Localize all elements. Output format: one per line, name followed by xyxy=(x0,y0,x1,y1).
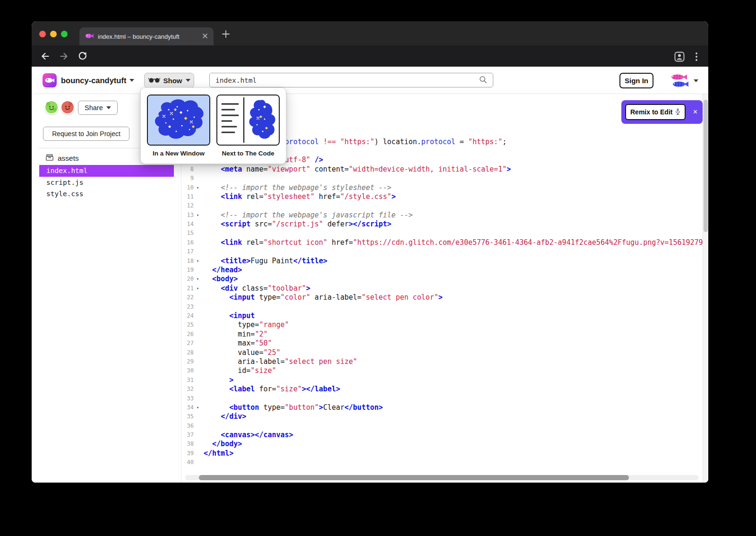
file-item-index.html[interactable]: index.html xyxy=(39,165,174,177)
fold-arrow-icon[interactable]: ▾ xyxy=(194,211,202,220)
back-button[interactable] xyxy=(40,51,51,61)
file-list: index.htmlscript.jsstyle.css xyxy=(39,165,174,200)
fold-spacer xyxy=(194,165,202,174)
fold-arrow-icon[interactable]: ▾ xyxy=(194,284,202,293)
fold-arrow-icon[interactable]: ▾ xyxy=(194,403,202,412)
code-line-8[interactable]: 8 <meta name="viewport" content="width=d… xyxy=(181,165,703,174)
code-line-9[interactable]: 9 xyxy=(181,174,703,183)
code-line-28[interactable]: 28 value="25" xyxy=(181,348,703,357)
show-button[interactable]: Show xyxy=(144,73,194,88)
fold-spacer xyxy=(194,330,202,339)
fold-arrow-icon[interactable]: ▾ xyxy=(194,257,202,266)
code-line-12[interactable]: 12 xyxy=(181,201,703,210)
project-name-menu[interactable]: bouncy-candytuft xyxy=(61,67,134,94)
code-line-34[interactable]: 34▾ <button type="button">Clear</button> xyxy=(181,403,703,412)
code-line-38[interactable]: 38 </body> xyxy=(181,440,703,449)
line-number: 13 xyxy=(181,211,194,220)
minimize-window-button[interactable] xyxy=(50,31,57,37)
fold-spacer xyxy=(194,366,202,375)
code-line-31[interactable]: 31 > xyxy=(181,376,703,385)
code-line-35[interactable]: 35 </div> xyxy=(181,412,703,421)
show-option-label: Next to The Code xyxy=(216,150,280,157)
line-number: 25 xyxy=(181,320,194,329)
chevron-down-icon[interactable] xyxy=(694,79,698,82)
file-item-style.css[interactable]: style.css xyxy=(39,188,174,200)
code-line-17[interactable]: 17 xyxy=(181,247,703,256)
show-button-label: Show xyxy=(163,77,182,85)
share-button[interactable]: Share xyxy=(78,101,118,115)
remix-to-edit-button[interactable]: Remix to Edit xyxy=(625,104,686,120)
remix-close-icon[interactable]: × xyxy=(692,108,699,116)
browser-menu-icon[interactable] xyxy=(695,52,698,61)
line-number: 33 xyxy=(181,394,194,403)
code-line-27[interactable]: 27 max="50" xyxy=(181,339,703,348)
file-search-input[interactable]: index.html xyxy=(209,73,493,87)
line-number: 18 xyxy=(181,257,194,266)
code-line-18[interactable]: 18▾ <title>Fugu Paint</title> xyxy=(181,257,703,266)
code-line-10[interactable]: 10▾ <!-- import the webpage's stylesheet… xyxy=(181,183,703,192)
browser-tab[interactable]: index.html – bouncy-candytuft xyxy=(79,27,214,45)
code-line-39[interactable]: 39</html> xyxy=(181,449,703,458)
collaborator-avatar-red[interactable] xyxy=(60,100,75,114)
fold-spacer xyxy=(194,303,202,311)
line-number: 8 xyxy=(181,165,194,174)
user-avatar[interactable] xyxy=(670,73,690,88)
code-line-25[interactable]: 25 type="range" xyxy=(181,320,703,329)
line-number: 31 xyxy=(181,376,194,385)
code-line-13[interactable]: 13▾ <!-- import the webpage's javascript… xyxy=(181,211,703,220)
code-line-26[interactable]: 26 min="2" xyxy=(181,330,703,339)
code-line-15[interactable]: 15 xyxy=(181,229,703,238)
fold-spacer xyxy=(194,339,202,348)
sign-in-button[interactable]: Sign In xyxy=(619,73,653,88)
tab-bar: index.html – bouncy-candytuft xyxy=(32,21,708,45)
code-line-36[interactable]: 36 xyxy=(181,422,703,431)
reload-button[interactable] xyxy=(77,51,88,61)
code-line-21[interactable]: 21▾ <div class="toolbar"> xyxy=(181,284,703,293)
show-option-new-window[interactable]: In a New Window xyxy=(147,95,210,157)
fold-spacer xyxy=(194,431,202,440)
horizontal-scrollbar[interactable] xyxy=(199,475,629,480)
fold-arrow-icon[interactable]: ▾ xyxy=(194,275,202,284)
code-line-16[interactable]: 16 <link rel="shortcut icon" href="https… xyxy=(181,238,703,247)
code-line-22[interactable]: 22 <input type="color" aria-label="selec… xyxy=(181,293,703,302)
fold-spacer xyxy=(194,238,202,247)
code-line-30[interactable]: 30 id="size" xyxy=(181,366,703,375)
remix-button-label: Remix to Edit xyxy=(630,108,672,116)
fold-spacer xyxy=(194,311,202,320)
code-line-19[interactable]: 19 </head> xyxy=(181,266,703,275)
glitch-logo[interactable] xyxy=(43,73,57,87)
show-menu: In a New Window xyxy=(140,87,286,164)
fold-spacer xyxy=(194,247,202,256)
code-line-23[interactable]: 23 xyxy=(181,303,703,311)
code-line-33[interactable]: 33 xyxy=(181,394,703,403)
fold-spacer xyxy=(194,394,202,403)
request-to-join-button[interactable]: Request to Join Project xyxy=(43,127,129,141)
fold-spacer xyxy=(194,412,202,421)
code-line-11[interactable]: 11 <link rel="stylesheet" href="/style.c… xyxy=(181,192,703,201)
file-item-script.js[interactable]: script.js xyxy=(39,177,174,189)
fold-arrow-icon[interactable]: ▾ xyxy=(194,183,202,192)
code-line-24[interactable]: 24 <input xyxy=(181,311,703,320)
line-number: 30 xyxy=(181,366,194,375)
next-to-code-illustration xyxy=(216,95,280,146)
line-number: 15 xyxy=(181,229,194,238)
code-line-29[interactable]: 29 aria-label="select pen size" xyxy=(181,357,703,366)
close-window-button[interactable] xyxy=(39,31,46,37)
collaborator-avatar-green[interactable] xyxy=(44,100,59,114)
fold-spacer xyxy=(194,320,202,329)
fold-spacer xyxy=(194,229,202,238)
share-button-label: Share xyxy=(85,104,103,112)
code-line-20[interactable]: 20▾ <body> xyxy=(181,275,703,284)
line-number: 12 xyxy=(181,201,194,210)
new-tab-button[interactable] xyxy=(220,28,232,40)
show-option-next-to-code[interactable]: Next to The Code xyxy=(216,95,280,157)
code-line-14[interactable]: 14 <script src="/script.js" defer></scri… xyxy=(181,220,703,229)
forward-button[interactable] xyxy=(59,51,69,61)
code-line-40[interactable]: 40 xyxy=(181,458,703,467)
tab-close-icon[interactable] xyxy=(202,33,208,40)
profile-icon[interactable] xyxy=(674,52,685,62)
code-line-32[interactable]: 32 <label for="size"></label> xyxy=(181,385,703,394)
maximize-window-button[interactable] xyxy=(61,31,68,37)
code-line-37[interactable]: 37 <canvas></canvas> xyxy=(181,431,703,440)
vertical-scrollbar[interactable] xyxy=(704,100,708,232)
